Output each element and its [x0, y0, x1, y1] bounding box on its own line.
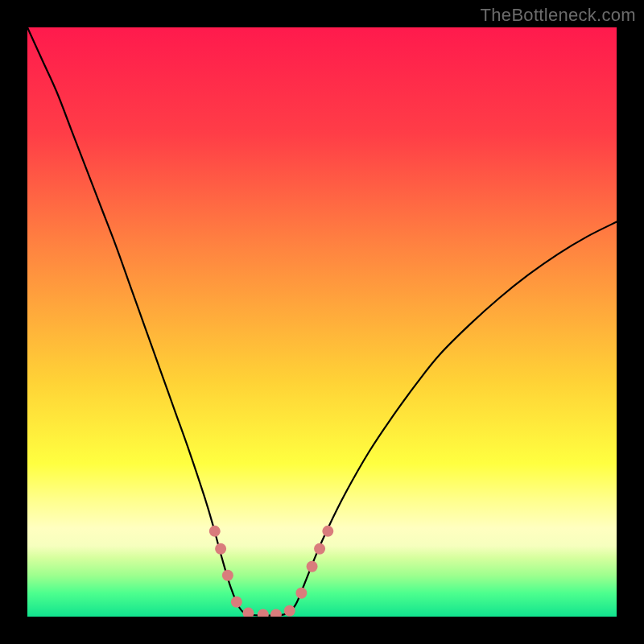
marker-point — [222, 570, 233, 581]
outer-frame: TheBottleneck.com — [0, 0, 644, 644]
marker-point — [284, 605, 295, 617]
marker-point — [209, 526, 221, 537]
chart-svg — [27, 27, 617, 617]
marker-point — [314, 543, 325, 555]
watermark-text: TheBottleneck.com — [481, 5, 636, 26]
marker-point — [307, 561, 318, 572]
plot-area — [27, 27, 617, 617]
marker-point — [231, 597, 242, 608]
marker-point — [295, 588, 307, 599]
marker-point — [215, 543, 226, 555]
gradient-background — [27, 27, 617, 617]
marker-point — [322, 526, 333, 537]
